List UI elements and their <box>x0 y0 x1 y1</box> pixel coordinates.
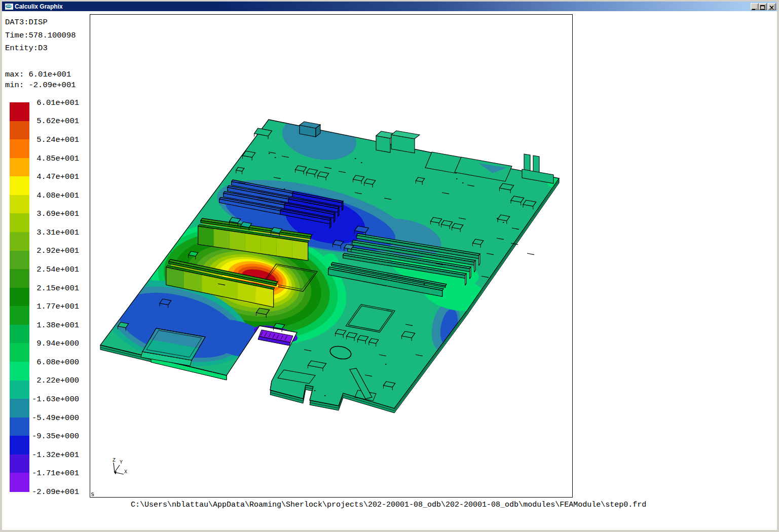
svg-text:Y: Y <box>120 460 123 465</box>
svg-text:Z: Z <box>113 458 116 463</box>
svg-text:s: s <box>91 491 94 498</box>
svg-text:X: X <box>124 469 127 475</box>
